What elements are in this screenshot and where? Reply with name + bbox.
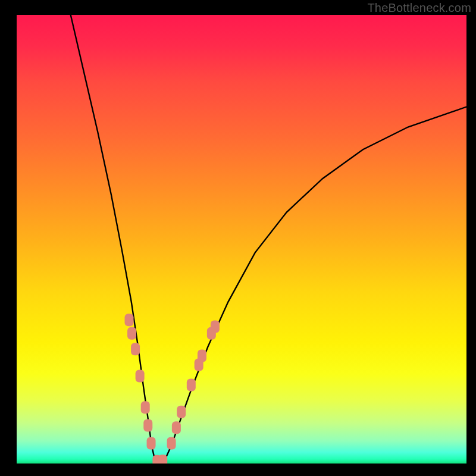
curve-marker: [211, 321, 220, 333]
plot-area: [17, 15, 466, 464]
chart-svg: [17, 15, 466, 464]
curve-marker: [172, 421, 181, 434]
bottleneck-curve: [71, 15, 466, 464]
curve-marker: [136, 369, 145, 382]
curve-marker: [143, 419, 152, 431]
curve-marker: [127, 327, 136, 340]
curve-marker: [177, 406, 186, 418]
curve-marker: [125, 314, 134, 326]
curve-marker: [141, 401, 150, 414]
curve-marker: [147, 437, 156, 450]
curve-marker: [187, 379, 196, 392]
curve-marker: [167, 437, 176, 450]
curve-marker: [158, 455, 167, 464]
curve-marker: [198, 350, 206, 362]
curve-marker: [131, 343, 140, 355]
watermark-text: TheBottleneck.com: [367, 1, 471, 15]
chart-frame: TheBottleneck.com: [0, 0, 476, 476]
curve-markers: [125, 314, 220, 464]
